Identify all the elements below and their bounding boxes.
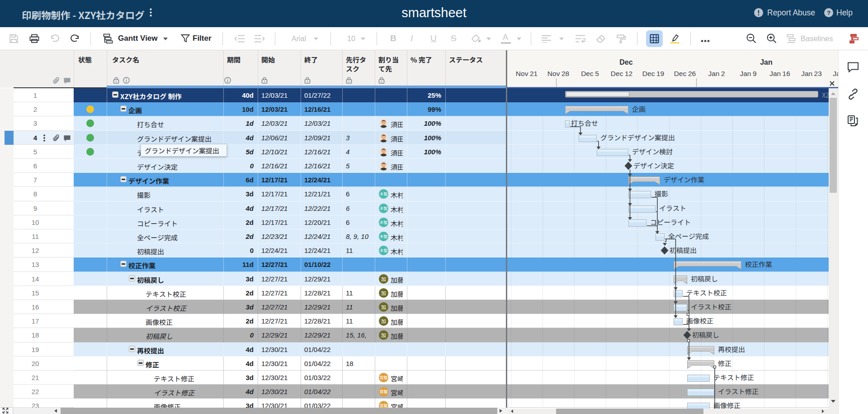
svg-text:画像校正: 画像校正: [686, 316, 713, 325]
svg-text:Dec 19: Dec 19: [642, 68, 664, 78]
svg-text:Jan 23: Jan 23: [801, 68, 822, 78]
svg-text:初稿戻し: 初稿戻し: [692, 330, 719, 339]
svg-text:Nov 28: Nov 28: [547, 68, 569, 78]
svg-text:Dec: Dec: [619, 56, 632, 67]
svg-text:Jan 30: Jan 30: [833, 68, 838, 78]
svg-text:撮影: 撮影: [655, 189, 668, 198]
svg-text:デザイン検討: デザイン検討: [632, 147, 673, 156]
svg-text:Jan 2: Jan 2: [708, 68, 725, 78]
svg-text:企画: 企画: [632, 104, 646, 114]
svg-text:Dec 26: Dec 26: [674, 68, 696, 78]
svg-text:グランドデザイン案提出: グランドデザイン案提出: [600, 133, 675, 142]
svg-text:イラスト修正: イラスト修正: [718, 386, 759, 396]
svg-text:イラスト校正: イラスト校正: [691, 302, 731, 311]
svg-text:Nov 21: Nov 21: [516, 68, 538, 78]
svg-text:コピーライト: コピーライト: [650, 217, 691, 227]
svg-text:打ち合せ: 打ち合せ: [571, 118, 598, 128]
svg-text:校正作業: 校正作業: [745, 259, 772, 269]
svg-text:Jan 9: Jan 9: [740, 68, 756, 78]
svg-text:テキスト修正: テキスト修正: [713, 372, 754, 382]
svg-text:再校提出: 再校提出: [718, 344, 745, 354]
svg-text:Jan 16: Jan 16: [769, 68, 790, 78]
svg-text:初稿提出: 初稿提出: [670, 245, 697, 255]
svg-text:?: ?: [827, 10, 830, 16]
svg-text:全ページ完成: 全ページ完成: [668, 231, 709, 241]
svg-text:イラスト: イラスト: [659, 203, 686, 213]
svg-text:修正: 修正: [718, 358, 731, 368]
svg-text:初稿戻し: 初稿戻し: [691, 274, 718, 283]
svg-text:Dec 12: Dec 12: [611, 68, 632, 78]
svg-text:テキスト校正: テキスト校正: [686, 288, 727, 297]
svg-text:デザイン決定: デザイン決定: [633, 161, 674, 170]
svg-text:Dec 5: Dec 5: [581, 68, 599, 78]
svg-text:デザイン作業: デザイン作業: [664, 175, 704, 184]
svg-text:Jan: Jan: [760, 56, 773, 67]
